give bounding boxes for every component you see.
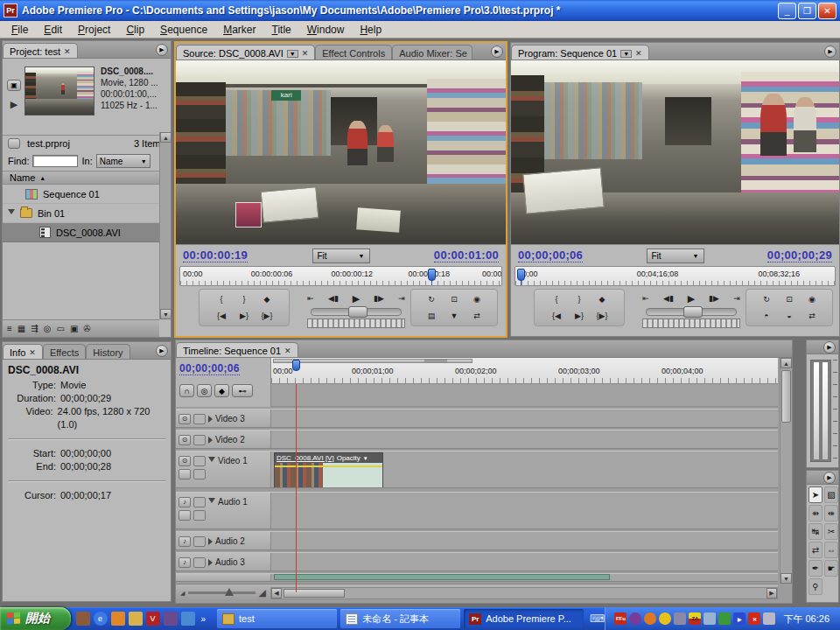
source-zoom-dropdown[interactable]: Fit ▼ [312,248,370,263]
menu-project[interactable]: Project [70,22,118,38]
language-bar-keyboard-icon[interactable]: ⌨ [589,610,605,627]
tray-icon[interactable] [704,612,716,625]
taskbar-button-notepad[interactable]: 未命名 - 記事本 [340,609,460,628]
set-marker-button[interactable]: ◆ [593,292,611,306]
close-button[interactable]: ✕ [818,3,836,19]
output-button[interactable]: ◉ [468,292,486,306]
quicklaunch-icon[interactable] [76,612,90,626]
icon-view-icon[interactable]: ▦ [18,324,25,333]
lock-toggle[interactable] [193,497,206,508]
track-lane-video1[interactable]: DSC_0008.AVI [V] Opacity ▼ [272,452,778,487]
set-display-style-button[interactable] [178,510,191,521]
tab-source[interactable]: Source: DSC_0008.AVI ▼ ✕ [176,45,315,60]
tray-icon[interactable] [674,612,686,625]
step-back-button[interactable]: ◀▮ [325,291,342,305]
menu-clip[interactable]: Clip [118,22,152,38]
tray-icon[interactable] [644,612,656,625]
selection-tool[interactable]: ➤ [808,486,822,503]
play-in-to-out-button[interactable]: {▶} [593,309,611,323]
track-select-tool[interactable]: ▧ [824,486,838,503]
tray-icon[interactable] [629,612,641,625]
goto-in-button[interactable]: {◀ [548,309,565,323]
track-lane-audio3[interactable] [272,553,778,570]
rate-stretch-tool[interactable]: ↹ [808,523,822,540]
taskbar-button-premiere[interactable]: Pr Adobe Premiere P... [464,609,584,628]
jump-start-button[interactable]: ⇤ [302,291,319,305]
set-unnumbered-marker-button[interactable]: ◆ [214,384,229,397]
quicklaunch-winamp-icon[interactable] [111,612,125,626]
clear-icon[interactable]: ✇ [83,324,90,333]
expander-open-icon[interactable] [208,457,215,466]
scroll-thumb[interactable] [781,370,791,423]
window-titlebar[interactable]: Pr Adobe Premiere Pro - C:\Documents and… [0,0,840,21]
panel-menu-icon[interactable]: ▶ [823,341,836,354]
panel-menu-icon[interactable]: ▶ [491,46,503,58]
timeline-options-button[interactable]: ⊷ [232,384,253,397]
menu-title[interactable]: Title [264,22,299,38]
tab-program[interactable]: Program: Sequence 01 ▼ ✕ [511,45,649,60]
loop-button[interactable]: ↻ [758,292,775,306]
eye-icon[interactable]: ⊙ [178,414,191,424]
tray-icon[interactable] [659,612,671,625]
menu-edit[interactable]: Edit [36,22,70,38]
play-button[interactable]: ▶ [682,291,700,305]
timeline-vertical-scrollbar[interactable]: ▲ ▼ [780,358,792,584]
tab-timeline[interactable]: Timeline: Sequence 01 ✕ [176,342,298,357]
razor-tool[interactable]: ✂ [824,523,838,540]
preview-play-button[interactable]: ▶ [7,99,21,110]
minimize-button[interactable]: _ [778,3,796,19]
program-time-ruler[interactable]: 00;00 00;04;16;08 00;08;32;16 [514,266,836,286]
shuttle-knob[interactable] [348,306,368,318]
overlay-button[interactable]: ▼ [445,309,463,323]
quicklaunch-icon[interactable]: V [146,612,160,626]
shuttle-knob[interactable] [683,306,703,318]
track-lane-audio1[interactable] [272,493,778,528]
extract-button[interactable]: ◒ [780,309,798,323]
menu-file[interactable]: File [4,22,36,38]
taskbar-clock[interactable]: 下午 06:26 [778,612,833,626]
tab-effects[interactable]: Effects [43,344,86,359]
list-view-icon[interactable]: ≡ [7,324,12,333]
lock-toggle[interactable] [193,435,206,445]
menu-help[interactable]: Help [352,22,389,38]
step-forward-button[interactable]: ▮▶ [705,291,723,305]
speaker-icon[interactable]: ♪ [178,536,191,547]
expander-icon[interactable] [208,538,213,545]
tree-item-bin[interactable]: Bin 01 [3,204,171,223]
panel-menu-icon[interactable]: ▶ [156,345,168,357]
tray-icon[interactable] [718,612,731,625]
chevron-down-icon[interactable]: ▼ [287,50,298,58]
column-header-name[interactable]: Name ▲ [3,171,171,185]
tab-close-icon[interactable]: ✕ [302,49,309,58]
lock-toggle[interactable] [193,536,206,547]
set-out-point-button[interactable]: } [570,292,588,306]
program-playhead[interactable] [517,269,525,281]
jump-start-button[interactable]: ⇤ [637,291,654,305]
panel-menu-icon[interactable]: ▶ [156,44,168,56]
tab-effect-controls[interactable]: Effect Controls [315,45,392,60]
work-area-bar[interactable] [273,359,472,363]
video-clip[interactable]: DSC_0008.AVI [V] Opacity ▼ [274,452,383,487]
tray-icon[interactable] [763,612,775,625]
goto-out-button[interactable]: ▶} [235,309,253,323]
find-icon[interactable]: ◎ [44,324,52,333]
quicklaunch-ie-icon[interactable]: e [94,612,108,626]
zoom-slider[interactable] [188,592,255,594]
jog-disk[interactable] [642,318,740,328]
keyframe-toggle[interactable] [193,469,206,480]
ripple-edit-tool[interactable]: ⇻ [808,505,822,522]
play-in-to-out-button[interactable]: {▶} [258,309,276,323]
audio-clip[interactable] [274,574,610,580]
pen-tool[interactable]: ✒ [808,560,822,577]
jump-end-button[interactable]: ⇥ [393,291,410,305]
scroll-down-arrow[interactable]: ▼ [160,309,172,319]
lock-toggle[interactable] [193,456,206,466]
set-out-point-button[interactable]: } [235,292,253,306]
restore-button[interactable]: ❐ [798,3,816,19]
speaker-icon[interactable]: ♪ [178,557,191,568]
start-button[interactable]: 開始 [0,607,71,630]
taskbar-button-test[interactable]: test [217,609,337,628]
step-back-button[interactable]: ◀▮ [660,291,677,305]
tab-audio-mixer[interactable]: Audio Mixer: Se [392,45,472,60]
set-in-point-button[interactable]: { [548,292,565,306]
